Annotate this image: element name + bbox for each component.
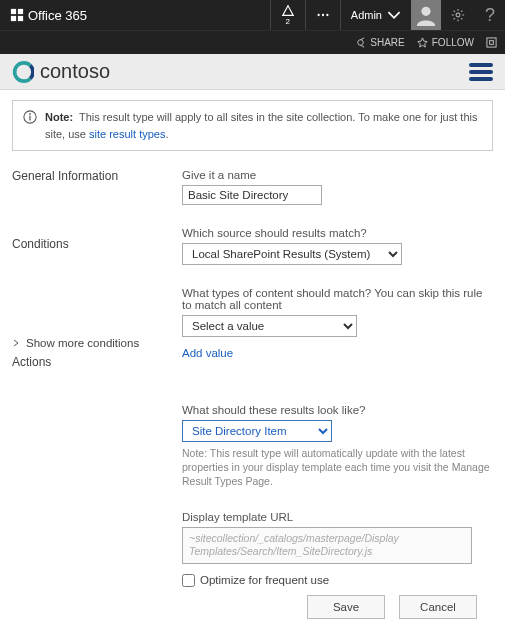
name-input[interactable] (182, 185, 322, 205)
site-result-types-link[interactable]: site result types (89, 128, 165, 140)
settings-button[interactable] (441, 0, 475, 30)
optimize-checkbox[interactable] (182, 574, 195, 587)
optimize-row[interactable]: Optimize for frequent use (182, 574, 493, 587)
site-name: contoso (40, 60, 110, 83)
save-button[interactable]: Save (307, 595, 385, 619)
more-button[interactable] (305, 0, 340, 30)
notifications-button[interactable]: 2 (270, 0, 305, 30)
optimize-label: Optimize for frequent use (200, 574, 329, 586)
site-header: contoso (0, 54, 505, 90)
svg-point-5 (322, 14, 324, 16)
svg-point-4 (317, 14, 319, 16)
add-value-link[interactable]: Add value (182, 347, 233, 359)
section-conditions: Conditions (12, 237, 182, 251)
section-general: General Information (12, 169, 182, 183)
office-icon (10, 8, 24, 22)
gear-icon (451, 8, 465, 22)
follow-button[interactable]: FOLLOW (417, 37, 474, 48)
help-button[interactable]: ? (475, 5, 505, 26)
svg-rect-0 (11, 9, 16, 14)
look-hint: Note: This result type will automaticall… (182, 446, 493, 489)
notification-count: 2 (286, 18, 290, 26)
svg-point-6 (326, 14, 328, 16)
display-template-url: ~sitecollection/_catalogs/masterpage/Dis… (182, 527, 472, 564)
source-label: Which source should results match? (182, 227, 493, 239)
url-label: Display template URL (182, 511, 493, 523)
nav-menu-button[interactable] (469, 60, 493, 84)
svg-rect-2 (11, 16, 16, 21)
chevron-down-icon (387, 8, 401, 22)
svg-rect-1 (18, 9, 23, 14)
svg-rect-21 (29, 116, 30, 121)
admin-label: Admin (351, 9, 382, 21)
types-label: What types of content should match? You … (182, 287, 493, 311)
svg-line-15 (454, 18, 455, 19)
svg-rect-17 (487, 38, 496, 47)
focus-icon (486, 37, 497, 48)
content-type-select[interactable]: Select a value (182, 315, 357, 337)
svg-point-7 (421, 7, 430, 16)
svg-rect-18 (490, 41, 494, 45)
contoso-icon (12, 61, 34, 83)
look-label: What should these results look like? (182, 404, 493, 416)
suite-bar: Office 365 2 Admin ? (0, 0, 505, 30)
admin-menu[interactable]: Admin (340, 0, 411, 30)
svg-rect-3 (18, 16, 23, 21)
share-button[interactable]: SHARE (355, 37, 404, 48)
info-icon (23, 110, 37, 124)
avatar[interactable] (411, 0, 441, 30)
display-template-select[interactable]: Site Directory Item (182, 420, 332, 442)
star-icon (417, 37, 428, 48)
focus-button[interactable] (486, 37, 497, 48)
office365-label: Office 365 (28, 8, 87, 23)
svg-line-14 (461, 18, 462, 19)
suite-actions-row: SHARE FOLLOW (0, 30, 505, 54)
svg-point-20 (29, 113, 31, 115)
cancel-button[interactable]: Cancel (399, 595, 477, 619)
person-icon (415, 4, 437, 26)
svg-point-8 (456, 13, 460, 17)
site-logo[interactable]: contoso (12, 60, 110, 83)
alert-icon (281, 4, 295, 18)
office365-logo[interactable]: Office 365 (0, 8, 87, 23)
share-icon (355, 37, 366, 48)
info-notice: Note: This result type will apply to all… (12, 100, 493, 151)
dialog-footer: Save Cancel (12, 587, 493, 619)
notice-label: Note: (45, 111, 73, 123)
section-actions: Actions (12, 355, 182, 369)
name-label: Give it a name (182, 169, 493, 181)
source-select[interactable]: Local SharePoint Results (System) (182, 243, 402, 265)
svg-line-16 (461, 11, 462, 12)
svg-line-13 (454, 11, 455, 12)
ellipsis-icon (316, 8, 330, 22)
expand-icon (12, 339, 20, 347)
show-more-conditions[interactable]: Show more conditions (12, 337, 182, 349)
